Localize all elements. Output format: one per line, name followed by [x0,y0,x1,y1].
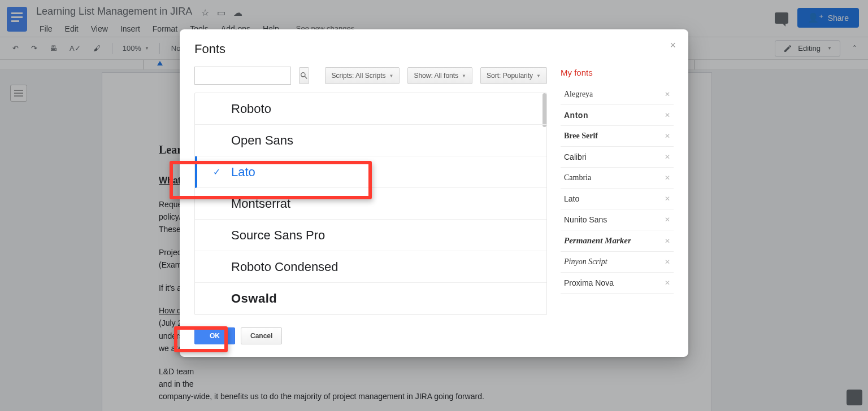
remove-font-button[interactable]: ✕ [665,111,670,119]
myfont-label: Proxima Nova [564,278,614,287]
font-option[interactable]: Roboto [195,93,546,125]
font-option[interactable]: Open Sans [195,125,546,156]
myfont-item[interactable]: Anton✕ [561,105,674,126]
font-list[interactable]: RobotoOpen Sans✓LatoMontserratSource San… [194,93,547,315]
remove-font-button[interactable]: ✕ [665,258,670,266]
myfont-label: Nunito Sans [564,215,607,224]
show-filter-label: Show: All fonts [414,72,458,80]
remove-font-button[interactable]: ✕ [665,237,670,245]
cancel-button[interactable]: Cancel [241,327,282,344]
remove-font-button[interactable]: ✕ [665,279,670,287]
remove-font-button[interactable]: ✕ [665,153,670,161]
myfont-item[interactable]: Lato✕ [561,189,674,209]
myfont-item[interactable]: Pinyon Script✕ [561,252,674,273]
show-filter-dropdown[interactable]: Show: All fonts ▼ [407,67,472,84]
remove-font-button[interactable]: ✕ [665,174,670,182]
font-option[interactable]: Source Sans Pro [195,220,546,251]
font-option-label: Montserrat [231,196,290,211]
chevron-down-icon: ▼ [536,73,541,78]
myfont-label: Permanent Marker [564,236,631,246]
font-option-label: Roboto [231,102,271,116]
myfonts-list: Alegreya✕Anton✕Bree Serif✕Calibri✕Cambri… [561,84,674,294]
font-option-label: Source Sans Pro [231,228,325,243]
font-option-label: Lato [231,165,255,180]
font-option[interactable]: Montserrat [195,188,546,220]
myfont-item[interactable]: Proxima Nova✕ [561,273,674,294]
close-button[interactable]: × [670,40,676,51]
myfont-label: Calibri [564,152,587,161]
myfont-item[interactable]: Permanent Marker✕ [561,230,674,252]
myfonts-heading: My fonts [561,68,674,77]
font-option-label: Roboto Condensed [231,260,338,274]
modal-overlay[interactable]: Fonts × Scripts: All Scripts ▼ Show: All [0,0,868,411]
myfont-label: Alegreya [564,90,593,99]
myfont-label: Anton [564,111,588,120]
scripts-filter-label: Scripts: All Scripts [331,72,385,80]
font-option-label: Open Sans [231,133,293,148]
myfont-item[interactable]: Calibri✕ [561,147,674,168]
dialog-title: Fonts [194,42,674,56]
font-option[interactable]: Roboto Condensed [195,251,546,283]
chevron-down-icon: ▼ [389,73,393,78]
fonts-dialog: Fonts × Scripts: All Scripts ▼ Show: All [180,29,688,357]
chevron-down-icon: ▼ [462,73,466,78]
search-button[interactable] [299,67,309,84]
font-option[interactable]: Oswald [195,283,546,314]
myfont-item[interactable]: Alegreya✕ [561,84,674,105]
remove-font-button[interactable]: ✕ [665,195,670,203]
myfont-item[interactable]: Cambria✕ [561,168,674,189]
check-icon: ✓ [213,167,220,177]
sort-filter-dropdown[interactable]: Sort: Popularity ▼ [480,67,547,84]
font-option-label: Oswald [231,291,277,306]
scripts-filter-dropdown[interactable]: Scripts: All Scripts ▼ [325,67,400,84]
ok-button[interactable]: OK [194,327,235,344]
remove-font-button[interactable]: ✕ [665,132,670,140]
myfont-label: Pinyon Script [564,257,607,266]
myfont-item[interactable]: Bree Serif✕ [561,126,674,147]
myfont-item[interactable]: Nunito Sans✕ [561,209,674,230]
sort-filter-label: Sort: Popularity [487,72,533,80]
remove-font-button[interactable]: ✕ [665,216,670,224]
myfont-label: Lato [564,194,579,203]
myfont-label: Bree Serif [564,132,598,141]
font-option[interactable]: ✓Lato [195,156,546,188]
font-search-input[interactable] [194,67,291,85]
remove-font-button[interactable]: ✕ [665,90,670,98]
myfont-label: Cambria [564,173,591,182]
search-icon [300,71,309,80]
